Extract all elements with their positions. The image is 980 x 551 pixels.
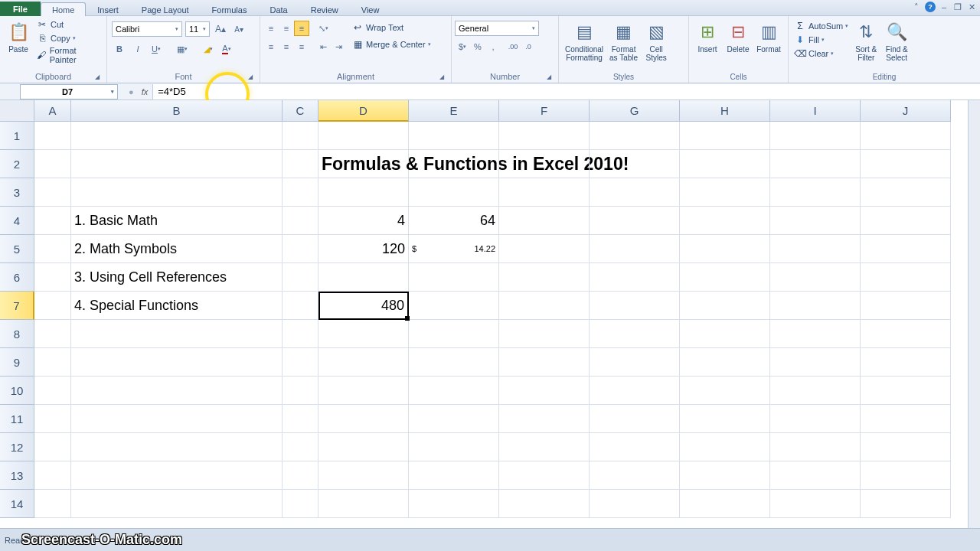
cell-G3[interactable]	[590, 178, 680, 207]
cell-I4[interactable]	[770, 207, 861, 235]
col-head-B[interactable]: B	[71, 100, 283, 122]
cell-I12[interactable]	[770, 433, 861, 461]
bold-button[interactable]: B	[112, 41, 127, 57]
cell-H13[interactable]	[680, 461, 770, 490]
cell-D10[interactable]	[318, 377, 409, 405]
cell-C10[interactable]	[283, 377, 318, 405]
merge-center-button[interactable]: ▦Merge & Center▾	[349, 37, 433, 51]
window-minimize-icon[interactable]: –	[939, 2, 949, 12]
number-format-select[interactable]: General▾	[455, 21, 539, 36]
cell-E11[interactable]	[409, 405, 499, 433]
cell-C9[interactable]	[283, 348, 318, 377]
cell-I6[interactable]	[770, 263, 861, 292]
row-head-2[interactable]: 2	[0, 150, 34, 178]
align-center-icon[interactable]: ≡	[279, 39, 294, 54]
sort-filter-button[interactable]: ⇅Sort & Filter	[851, 18, 881, 64]
cell-C5[interactable]	[283, 235, 318, 263]
fill-handle[interactable]	[405, 316, 410, 321]
cell-A13[interactable]	[34, 461, 71, 490]
find-select-button[interactable]: 🔍Find & Select	[881, 18, 912, 64]
row-head-9[interactable]: 9	[0, 348, 34, 377]
cell-D2[interactable]: Formulas & Functions in Excel 2010!	[318, 150, 409, 178]
select-all-corner[interactable]	[0, 100, 34, 122]
cell-F14[interactable]	[499, 490, 590, 518]
tab-insert[interactable]: Insert	[86, 2, 130, 16]
row-head-3[interactable]: 3	[0, 178, 34, 207]
cell-A6[interactable]	[34, 263, 71, 292]
cell-H9[interactable]	[680, 348, 770, 377]
cell-B11[interactable]	[71, 405, 283, 433]
col-head-A[interactable]: A	[34, 100, 71, 122]
delete-cells-button[interactable]: ⊟Delete	[723, 18, 753, 55]
format-as-table-button[interactable]: ▦Format as Table	[606, 18, 641, 64]
cell-E12[interactable]	[409, 433, 499, 461]
cell-G13[interactable]	[590, 461, 680, 490]
cell-J1[interactable]	[861, 122, 951, 150]
cell-B2[interactable]	[71, 150, 283, 178]
cell-J12[interactable]	[861, 433, 951, 461]
cell-B1[interactable]	[71, 122, 283, 150]
row-head-11[interactable]: 11	[0, 405, 34, 433]
cell-I7[interactable]	[770, 292, 861, 320]
increase-decimal-icon[interactable]: .00	[505, 39, 521, 54]
cell-F10[interactable]	[499, 377, 590, 405]
window-restore-icon[interactable]: ❐	[952, 2, 963, 12]
cell-H11[interactable]	[680, 405, 770, 433]
cell-F12[interactable]	[499, 433, 590, 461]
clear-button[interactable]: ⌫Clear▾	[792, 47, 851, 60]
cell-F1[interactable]	[499, 122, 590, 150]
minimize-ribbon-icon[interactable]: ˄	[911, 2, 922, 12]
cell-A10[interactable]	[34, 377, 71, 405]
cell-G2[interactable]	[590, 150, 680, 178]
formula-input[interactable]: =4*D5	[152, 84, 980, 99]
wrap-text-button[interactable]: ↩Wrap Text	[349, 21, 433, 34]
row-head-1[interactable]: 1	[0, 122, 34, 150]
cell-E10[interactable]	[409, 377, 499, 405]
cell-B12[interactable]	[71, 433, 283, 461]
cell-A7[interactable]	[34, 292, 71, 320]
cell-B13[interactable]	[71, 461, 283, 490]
cell-C2[interactable]	[283, 150, 318, 178]
cell-D3[interactable]	[318, 178, 409, 207]
cell-H12[interactable]	[680, 433, 770, 461]
cell-G4[interactable]	[590, 207, 680, 235]
format-painter-button[interactable]: 🖌Format Painter	[34, 45, 103, 65]
cell-G12[interactable]	[590, 433, 680, 461]
cell-G7[interactable]	[590, 292, 680, 320]
cell-C4[interactable]	[283, 207, 318, 235]
cell-H2[interactable]	[680, 150, 770, 178]
tab-file[interactable]: File	[0, 2, 41, 16]
cell-I10[interactable]	[770, 377, 861, 405]
cell-H4[interactable]	[680, 207, 770, 235]
cell-I2[interactable]	[770, 150, 861, 178]
cell-I9[interactable]	[770, 348, 861, 377]
cell-C6[interactable]	[283, 263, 318, 292]
cell-A1[interactable]	[34, 122, 71, 150]
cell-styles-button[interactable]: ▧Cell Styles	[641, 18, 671, 64]
cell-A2[interactable]	[34, 150, 71, 178]
row-head-7[interactable]: 7	[0, 292, 34, 320]
cell-H1[interactable]	[680, 122, 770, 150]
row-head-12[interactable]: 12	[0, 433, 34, 461]
cell-C11[interactable]	[283, 405, 318, 433]
cell-J13[interactable]	[861, 461, 951, 490]
fill-color-button[interactable]: ◢▾	[201, 41, 216, 57]
cell-E3[interactable]	[409, 178, 499, 207]
cell-C3[interactable]	[283, 178, 318, 207]
cell-A8[interactable]	[34, 320, 71, 348]
align-top-icon[interactable]: ≡	[263, 21, 279, 36]
cell-F6[interactable]	[499, 263, 590, 292]
tab-review[interactable]: Review	[299, 2, 350, 16]
cell-B9[interactable]	[71, 348, 283, 377]
cell-E2[interactable]	[409, 150, 499, 178]
cell-J11[interactable]	[861, 405, 951, 433]
cell-G5[interactable]	[590, 235, 680, 263]
cell-F7[interactable]	[499, 292, 590, 320]
col-head-G[interactable]: G	[590, 100, 680, 122]
row-head-6[interactable]: 6	[0, 263, 34, 292]
name-box[interactable]: D7▾	[20, 84, 118, 99]
cell-A9[interactable]	[34, 348, 71, 377]
cell-D1[interactable]	[318, 122, 409, 150]
cell-F11[interactable]	[499, 405, 590, 433]
cell-F8[interactable]	[499, 320, 590, 348]
